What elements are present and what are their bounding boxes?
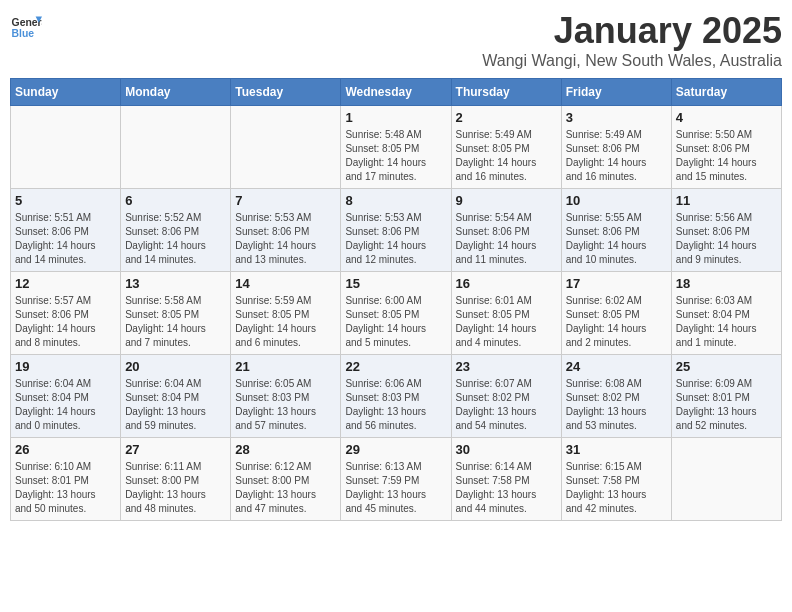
day-number: 20	[125, 359, 226, 374]
day-info: Sunrise: 5:53 AM Sunset: 8:06 PM Dayligh…	[235, 211, 336, 267]
logo: General Blue	[10, 10, 42, 42]
day-number: 13	[125, 276, 226, 291]
day-number: 31	[566, 442, 667, 457]
header-wednesday: Wednesday	[341, 79, 451, 106]
table-row: 30Sunrise: 6:14 AM Sunset: 7:58 PM Dayli…	[451, 438, 561, 521]
table-row: 7Sunrise: 5:53 AM Sunset: 8:06 PM Daylig…	[231, 189, 341, 272]
table-row: 13Sunrise: 5:58 AM Sunset: 8:05 PM Dayli…	[121, 272, 231, 355]
table-row: 21Sunrise: 6:05 AM Sunset: 8:03 PM Dayli…	[231, 355, 341, 438]
table-row: 14Sunrise: 5:59 AM Sunset: 8:05 PM Dayli…	[231, 272, 341, 355]
day-info: Sunrise: 6:11 AM Sunset: 8:00 PM Dayligh…	[125, 460, 226, 516]
day-info: Sunrise: 6:08 AM Sunset: 8:02 PM Dayligh…	[566, 377, 667, 433]
calendar-week-3: 12Sunrise: 5:57 AM Sunset: 8:06 PM Dayli…	[11, 272, 782, 355]
day-info: Sunrise: 5:58 AM Sunset: 8:05 PM Dayligh…	[125, 294, 226, 350]
calendar-subtitle: Wangi Wangi, New South Wales, Australia	[482, 52, 782, 70]
day-info: Sunrise: 6:10 AM Sunset: 8:01 PM Dayligh…	[15, 460, 116, 516]
weekday-header-row: Sunday Monday Tuesday Wednesday Thursday…	[11, 79, 782, 106]
day-number: 4	[676, 110, 777, 125]
day-number: 22	[345, 359, 446, 374]
table-row: 5Sunrise: 5:51 AM Sunset: 8:06 PM Daylig…	[11, 189, 121, 272]
table-row: 25Sunrise: 6:09 AM Sunset: 8:01 PM Dayli…	[671, 355, 781, 438]
day-number: 15	[345, 276, 446, 291]
calendar-week-4: 19Sunrise: 6:04 AM Sunset: 8:04 PM Dayli…	[11, 355, 782, 438]
table-row: 8Sunrise: 5:53 AM Sunset: 8:06 PM Daylig…	[341, 189, 451, 272]
header-friday: Friday	[561, 79, 671, 106]
day-info: Sunrise: 6:09 AM Sunset: 8:01 PM Dayligh…	[676, 377, 777, 433]
svg-text:Blue: Blue	[12, 28, 35, 39]
day-info: Sunrise: 6:03 AM Sunset: 8:04 PM Dayligh…	[676, 294, 777, 350]
header-thursday: Thursday	[451, 79, 561, 106]
day-number: 18	[676, 276, 777, 291]
day-number: 2	[456, 110, 557, 125]
table-row	[11, 106, 121, 189]
table-row	[121, 106, 231, 189]
table-row: 16Sunrise: 6:01 AM Sunset: 8:05 PM Dayli…	[451, 272, 561, 355]
day-number: 9	[456, 193, 557, 208]
day-info: Sunrise: 5:57 AM Sunset: 8:06 PM Dayligh…	[15, 294, 116, 350]
day-info: Sunrise: 5:54 AM Sunset: 8:06 PM Dayligh…	[456, 211, 557, 267]
day-number: 28	[235, 442, 336, 457]
table-row: 2Sunrise: 5:49 AM Sunset: 8:05 PM Daylig…	[451, 106, 561, 189]
table-row: 26Sunrise: 6:10 AM Sunset: 8:01 PM Dayli…	[11, 438, 121, 521]
table-row: 9Sunrise: 5:54 AM Sunset: 8:06 PM Daylig…	[451, 189, 561, 272]
day-info: Sunrise: 5:51 AM Sunset: 8:06 PM Dayligh…	[15, 211, 116, 267]
table-row: 17Sunrise: 6:02 AM Sunset: 8:05 PM Dayli…	[561, 272, 671, 355]
day-number: 29	[345, 442, 446, 457]
day-number: 14	[235, 276, 336, 291]
day-info: Sunrise: 6:13 AM Sunset: 7:59 PM Dayligh…	[345, 460, 446, 516]
day-number: 1	[345, 110, 446, 125]
day-number: 21	[235, 359, 336, 374]
calendar-table: Sunday Monday Tuesday Wednesday Thursday…	[10, 78, 782, 521]
table-row: 31Sunrise: 6:15 AM Sunset: 7:58 PM Dayli…	[561, 438, 671, 521]
table-row: 28Sunrise: 6:12 AM Sunset: 8:00 PM Dayli…	[231, 438, 341, 521]
table-row: 12Sunrise: 5:57 AM Sunset: 8:06 PM Dayli…	[11, 272, 121, 355]
day-number: 19	[15, 359, 116, 374]
day-number: 26	[15, 442, 116, 457]
table-row	[671, 438, 781, 521]
day-info: Sunrise: 6:14 AM Sunset: 7:58 PM Dayligh…	[456, 460, 557, 516]
day-number: 7	[235, 193, 336, 208]
day-info: Sunrise: 6:04 AM Sunset: 8:04 PM Dayligh…	[15, 377, 116, 433]
table-row: 11Sunrise: 5:56 AM Sunset: 8:06 PM Dayli…	[671, 189, 781, 272]
table-row	[231, 106, 341, 189]
day-number: 27	[125, 442, 226, 457]
table-row: 20Sunrise: 6:04 AM Sunset: 8:04 PM Dayli…	[121, 355, 231, 438]
day-info: Sunrise: 5:48 AM Sunset: 8:05 PM Dayligh…	[345, 128, 446, 184]
day-number: 12	[15, 276, 116, 291]
table-row: 10Sunrise: 5:55 AM Sunset: 8:06 PM Dayli…	[561, 189, 671, 272]
day-number: 17	[566, 276, 667, 291]
table-row: 1Sunrise: 5:48 AM Sunset: 8:05 PM Daylig…	[341, 106, 451, 189]
day-number: 16	[456, 276, 557, 291]
table-row: 3Sunrise: 5:49 AM Sunset: 8:06 PM Daylig…	[561, 106, 671, 189]
header-sunday: Sunday	[11, 79, 121, 106]
table-row: 15Sunrise: 6:00 AM Sunset: 8:05 PM Dayli…	[341, 272, 451, 355]
day-number: 8	[345, 193, 446, 208]
day-number: 5	[15, 193, 116, 208]
table-row: 4Sunrise: 5:50 AM Sunset: 8:06 PM Daylig…	[671, 106, 781, 189]
day-info: Sunrise: 5:52 AM Sunset: 8:06 PM Dayligh…	[125, 211, 226, 267]
calendar-week-5: 26Sunrise: 6:10 AM Sunset: 8:01 PM Dayli…	[11, 438, 782, 521]
logo-icon: General Blue	[10, 10, 42, 42]
day-info: Sunrise: 5:59 AM Sunset: 8:05 PM Dayligh…	[235, 294, 336, 350]
day-info: Sunrise: 5:49 AM Sunset: 8:06 PM Dayligh…	[566, 128, 667, 184]
day-info: Sunrise: 6:01 AM Sunset: 8:05 PM Dayligh…	[456, 294, 557, 350]
table-row: 22Sunrise: 6:06 AM Sunset: 8:03 PM Dayli…	[341, 355, 451, 438]
day-info: Sunrise: 6:04 AM Sunset: 8:04 PM Dayligh…	[125, 377, 226, 433]
table-row: 29Sunrise: 6:13 AM Sunset: 7:59 PM Dayli…	[341, 438, 451, 521]
day-info: Sunrise: 6:00 AM Sunset: 8:05 PM Dayligh…	[345, 294, 446, 350]
day-info: Sunrise: 6:07 AM Sunset: 8:02 PM Dayligh…	[456, 377, 557, 433]
calendar-week-2: 5Sunrise: 5:51 AM Sunset: 8:06 PM Daylig…	[11, 189, 782, 272]
day-info: Sunrise: 6:06 AM Sunset: 8:03 PM Dayligh…	[345, 377, 446, 433]
day-number: 11	[676, 193, 777, 208]
table-row: 27Sunrise: 6:11 AM Sunset: 8:00 PM Dayli…	[121, 438, 231, 521]
day-info: Sunrise: 5:49 AM Sunset: 8:05 PM Dayligh…	[456, 128, 557, 184]
day-number: 6	[125, 193, 226, 208]
day-number: 30	[456, 442, 557, 457]
day-info: Sunrise: 5:55 AM Sunset: 8:06 PM Dayligh…	[566, 211, 667, 267]
day-info: Sunrise: 6:15 AM Sunset: 7:58 PM Dayligh…	[566, 460, 667, 516]
table-row: 18Sunrise: 6:03 AM Sunset: 8:04 PM Dayli…	[671, 272, 781, 355]
table-row: 24Sunrise: 6:08 AM Sunset: 8:02 PM Dayli…	[561, 355, 671, 438]
title-block: January 2025 Wangi Wangi, New South Wale…	[482, 10, 782, 70]
table-row: 19Sunrise: 6:04 AM Sunset: 8:04 PM Dayli…	[11, 355, 121, 438]
day-info: Sunrise: 6:05 AM Sunset: 8:03 PM Dayligh…	[235, 377, 336, 433]
